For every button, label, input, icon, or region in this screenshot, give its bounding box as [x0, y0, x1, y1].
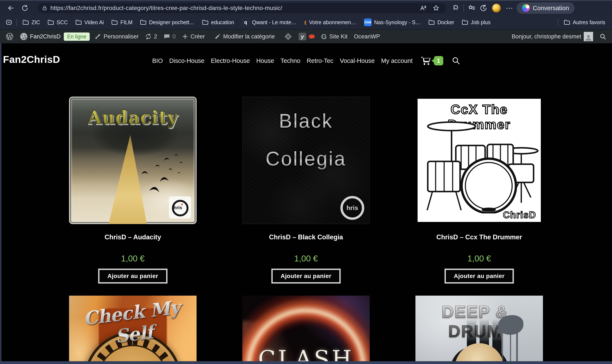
product-card-deep-drum: DEEP & DRUM [415, 296, 543, 364]
ink-drip-art [510, 327, 511, 364]
browser-window: https://fan2chrisd.fr/product-category/t… [0, 0, 612, 364]
address-bar[interactable]: https://fan2chrisd.fr/product-category/t… [37, 2, 446, 13]
product-image-black-collegia[interactable]: Black Collegia hris [242, 97, 370, 224]
copilot-label: Conversation [533, 5, 569, 12]
qwant-icon: q [242, 18, 250, 26]
product-image-check-my-self[interactable]: Check My Self [69, 296, 197, 364]
add-to-cart-button[interactable]: Ajouter au panier [445, 269, 514, 283]
wp-updates[interactable]: 2 [142, 30, 160, 43]
window-edge [0, 43, 1, 364]
history-button[interactable] [478, 2, 489, 13]
profile-avatar[interactable] [489, 2, 503, 14]
product-price: 1,00 € [294, 254, 318, 263]
cover-title-text: Check My Self [69, 296, 197, 352]
wp-yoast-seo[interactable]: y [295, 30, 318, 43]
copilot-button[interactable]: Conversation [517, 2, 575, 14]
wp-logo-menu[interactable] [2, 30, 17, 43]
bookmark-docker[interactable]: Docker [425, 17, 458, 27]
chrisd-logo-badge: hris [340, 196, 364, 220]
wp-site-kit-label: Site Kit [329, 33, 348, 40]
bookmarks-divider [17, 19, 17, 26]
back-button[interactable] [4, 2, 18, 14]
dsm-icon: DSM [364, 18, 372, 26]
product-image-clash[interactable]: CLASH [242, 296, 370, 364]
bookmark-label: Votre abonnemen… [309, 19, 356, 26]
bookmark-label: ZIC [31, 19, 40, 26]
bookmark-job-plus[interactable]: Job plus [458, 17, 494, 27]
bookmark-zic[interactable]: ZIC [19, 17, 44, 27]
wp-account-menu[interactable]: Bonjour, christophe desmet [508, 30, 596, 43]
wp-new-content[interactable]: Créer [179, 30, 208, 43]
google-g-icon: G [321, 32, 327, 41]
settings-menu-button[interactable]: ⋯ [503, 2, 515, 13]
folder-icon [462, 20, 468, 25]
star-icon [433, 5, 439, 12]
address-bar-actions [417, 2, 442, 13]
bookmark-label: Qwant - Le mote… [252, 19, 297, 26]
nav-techno[interactable]: Techno [280, 57, 300, 64]
bookmark-film[interactable]: FILM [107, 17, 136, 27]
product-card-check-my-self: Check My Self [69, 296, 197, 364]
bookmark-designer-pochette[interactable]: Designer pochett… [136, 17, 198, 27]
logo-text: hris [173, 205, 182, 210]
folder-icon [564, 20, 570, 25]
site-header: Fan2ChrisD BIO Disco-House Electro-House… [0, 43, 612, 77]
side-panel-icon [5, 19, 13, 26]
add-to-cart-button[interactable]: Ajouter au panier [272, 269, 341, 283]
nav-disco-house[interactable]: Disco-House [169, 57, 204, 64]
search-button[interactable] [452, 56, 460, 65]
reload-button[interactable] [18, 2, 32, 14]
seo-score-dot [309, 34, 315, 39]
bookmark-label: Docker [437, 19, 454, 26]
plus-icon [182, 34, 188, 39]
bookmark-education[interactable]: education [198, 17, 238, 27]
wp-site-menu[interactable]: Fan2ChrisD [17, 30, 64, 43]
site-favicon-icon [20, 33, 27, 40]
wp-plugin-diamond[interactable] [281, 30, 295, 43]
bookmark-synology[interactable]: DSM Nas-Synology - S… [360, 17, 425, 27]
extensions-button[interactable] [450, 2, 462, 13]
nav-house[interactable]: House [256, 57, 274, 64]
bookmark-qwant[interactable]: q Qwant - Le mote… [238, 17, 300, 27]
nav-my-account[interactable]: My account [381, 57, 412, 64]
nav-electro-house[interactable]: Electro-House [211, 57, 250, 64]
bookmark-video-ai[interactable]: Video Ai [72, 17, 107, 27]
wp-admin-bar: Fan2ChrisD En ligne Personnaliser 2 0 Cr [0, 30, 612, 43]
ink-drip-art [516, 330, 518, 364]
back-arrow-icon [7, 4, 15, 12]
wp-edit-label: Modifier la catégorie [223, 33, 275, 40]
product-card-black-collegia: Black Collegia hris ChrisD – Black Colle… [242, 97, 370, 283]
wp-search[interactable] [596, 30, 610, 43]
nav-vocal-house[interactable]: Vocal-House [340, 57, 375, 64]
bookmark-other-favorites[interactable]: Autres favoris [560, 17, 609, 27]
wp-comments[interactable]: 0 [160, 30, 179, 43]
favorites-bar-button[interactable] [466, 2, 478, 13]
online-status-badge: En ligne [64, 32, 90, 41]
product-image-deep-drum[interactable]: DEEP & DRUM [415, 296, 543, 364]
favorite-star-button[interactable] [430, 2, 442, 13]
wp-oceanwp-label: OceanWP [354, 33, 380, 40]
product-title[interactable]: ChrisD – Black Collegia [269, 234, 343, 241]
wp-site-kit[interactable]: G Site Kit [318, 30, 351, 43]
nav-bio[interactable]: BIO [152, 57, 163, 64]
product-title[interactable]: ChrisD – Audacity [105, 234, 161, 241]
bookmark-abonnement[interactable]: t Votre abonnemen… [300, 17, 360, 27]
product-title[interactable]: ChrisD – Ccx The Drummer [436, 234, 522, 241]
cart-button[interactable]: 1 [421, 56, 443, 65]
bookmark-label: Video Ai [84, 19, 104, 26]
bookmark-scc[interactable]: SCC [44, 17, 72, 27]
yoast-icon: y [299, 33, 306, 40]
wp-customize[interactable]: Personnaliser [91, 30, 142, 43]
product-image-audacity[interactable]: Audacity hris [69, 97, 197, 224]
diamond-icon [284, 32, 292, 40]
nav-retro-tec[interactable]: Retro-Tec [307, 57, 333, 64]
read-aloud-button[interactable] [417, 2, 429, 13]
folder-icon [111, 20, 118, 25]
add-to-cart-button[interactable]: Ajouter au panier [98, 269, 167, 283]
product-image-ccx-drummer[interactable]: CcX The Drummer [415, 97, 543, 224]
wp-edit-category[interactable]: Modifier la catégorie [212, 30, 278, 43]
folder-icon [202, 20, 209, 25]
tab-actions-button[interactable] [3, 17, 15, 28]
wp-oceanwp[interactable]: OceanWP [351, 30, 383, 43]
site-page: Fan2ChrisD BIO Disco-House Electro-House… [0, 43, 612, 364]
